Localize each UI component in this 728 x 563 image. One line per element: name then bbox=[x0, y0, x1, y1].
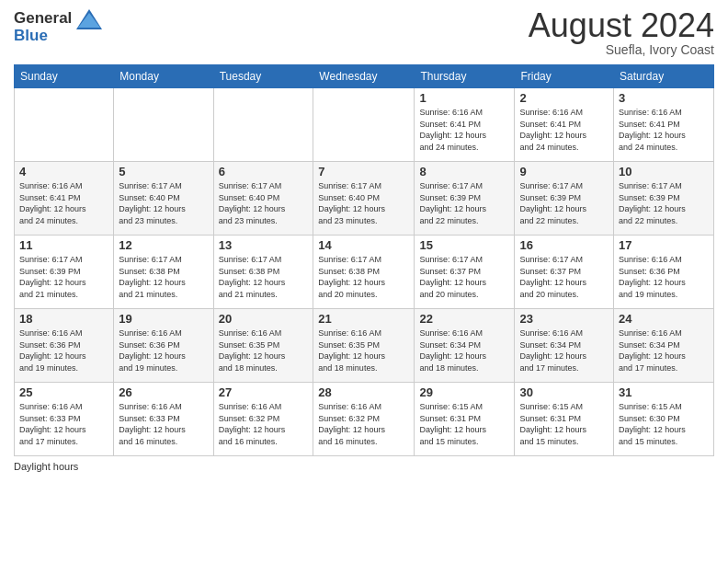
day-number: 23 bbox=[519, 312, 609, 326]
month-year: August 2024 bbox=[529, 9, 714, 42]
calendar-week-row: 18Sunrise: 6:16 AM Sunset: 6:36 PM Dayli… bbox=[15, 309, 714, 383]
day-info: Sunrise: 6:16 AM Sunset: 6:41 PM Dayligh… bbox=[419, 107, 509, 153]
calendar-cell: 23Sunrise: 6:16 AM Sunset: 6:34 PM Dayli… bbox=[515, 309, 614, 383]
day-info: Sunrise: 6:15 AM Sunset: 6:31 PM Dayligh… bbox=[419, 401, 509, 447]
day-number: 17 bbox=[619, 238, 709, 252]
day-number: 12 bbox=[119, 238, 208, 252]
calendar-day-header: Saturday bbox=[614, 65, 714, 88]
day-info: Sunrise: 6:16 AM Sunset: 6:33 PM Dayligh… bbox=[119, 401, 208, 447]
calendar-cell: 8Sunrise: 6:17 AM Sunset: 6:39 PM Daylig… bbox=[415, 162, 515, 236]
day-number: 6 bbox=[219, 165, 309, 178]
day-number: 10 bbox=[619, 165, 709, 178]
calendar-cell: 2Sunrise: 6:16 AM Sunset: 6:41 PM Daylig… bbox=[515, 88, 614, 162]
calendar-cell: 24Sunrise: 6:16 AM Sunset: 6:34 PM Dayli… bbox=[614, 309, 714, 383]
day-number: 21 bbox=[318, 312, 409, 326]
day-info: Sunrise: 6:16 AM Sunset: 6:35 PM Dayligh… bbox=[318, 327, 409, 373]
calendar-cell: 16Sunrise: 6:17 AM Sunset: 6:37 PM Dayli… bbox=[515, 236, 614, 309]
day-info: Sunrise: 6:16 AM Sunset: 6:41 PM Dayligh… bbox=[619, 107, 709, 153]
day-number: 7 bbox=[318, 165, 409, 178]
day-number: 25 bbox=[19, 385, 108, 399]
calendar-cell: 20Sunrise: 6:16 AM Sunset: 6:35 PM Dayli… bbox=[213, 309, 313, 383]
day-number: 2 bbox=[519, 91, 609, 105]
day-info: Sunrise: 6:16 AM Sunset: 6:34 PM Dayligh… bbox=[419, 327, 509, 373]
day-info: Sunrise: 6:16 AM Sunset: 6:36 PM Dayligh… bbox=[119, 327, 208, 373]
calendar-table: SundayMondayTuesdayWednesdayThursdayFrid… bbox=[14, 64, 714, 456]
day-info: Sunrise: 6:16 AM Sunset: 6:36 PM Dayligh… bbox=[619, 254, 709, 300]
day-info: Sunrise: 6:16 AM Sunset: 6:35 PM Dayligh… bbox=[219, 327, 309, 373]
day-info: Sunrise: 6:17 AM Sunset: 6:39 PM Dayligh… bbox=[419, 180, 509, 226]
calendar-cell: 13Sunrise: 6:17 AM Sunset: 6:38 PM Dayli… bbox=[213, 236, 313, 309]
calendar-day-header: Thursday bbox=[415, 65, 515, 88]
calendar-cell: 18Sunrise: 6:16 AM Sunset: 6:36 PM Dayli… bbox=[15, 309, 114, 383]
calendar-day-header: Wednesday bbox=[313, 65, 415, 88]
calendar-cell: 17Sunrise: 6:16 AM Sunset: 6:36 PM Dayli… bbox=[614, 236, 714, 309]
day-number: 26 bbox=[119, 385, 208, 399]
calendar-cell: 9Sunrise: 6:17 AM Sunset: 6:39 PM Daylig… bbox=[515, 162, 614, 236]
calendar-cell: 1Sunrise: 6:16 AM Sunset: 6:41 PM Daylig… bbox=[415, 88, 515, 162]
day-info: Sunrise: 6:17 AM Sunset: 6:39 PM Dayligh… bbox=[519, 180, 609, 226]
calendar-cell bbox=[15, 88, 114, 162]
day-info: Sunrise: 6:15 AM Sunset: 6:30 PM Dayligh… bbox=[619, 401, 709, 447]
calendar-week-row: 1Sunrise: 6:16 AM Sunset: 6:41 PM Daylig… bbox=[15, 88, 714, 162]
calendar-cell bbox=[114, 88, 213, 162]
calendar-cell: 11Sunrise: 6:17 AM Sunset: 6:39 PM Dayli… bbox=[15, 236, 114, 309]
calendar-cell bbox=[213, 88, 313, 162]
calendar-cell: 12Sunrise: 6:17 AM Sunset: 6:38 PM Dayli… bbox=[114, 236, 213, 309]
calendar-day-header: Sunday bbox=[15, 65, 114, 88]
logo: General Blue bbox=[14, 9, 102, 45]
calendar-cell: 25Sunrise: 6:16 AM Sunset: 6:33 PM Dayli… bbox=[15, 383, 114, 456]
calendar-cell: 26Sunrise: 6:16 AM Sunset: 6:33 PM Dayli… bbox=[114, 383, 213, 456]
calendar-week-row: 25Sunrise: 6:16 AM Sunset: 6:33 PM Dayli… bbox=[15, 383, 714, 456]
calendar-cell: 5Sunrise: 6:17 AM Sunset: 6:40 PM Daylig… bbox=[114, 162, 213, 236]
calendar-cell: 29Sunrise: 6:15 AM Sunset: 6:31 PM Dayli… bbox=[415, 383, 515, 456]
daylight-label: Daylight hours bbox=[14, 461, 78, 472]
calendar-cell: 7Sunrise: 6:17 AM Sunset: 6:40 PM Daylig… bbox=[313, 162, 415, 236]
day-number: 30 bbox=[519, 385, 609, 399]
logo-icon bbox=[76, 9, 102, 29]
calendar-week-row: 4Sunrise: 6:16 AM Sunset: 6:41 PM Daylig… bbox=[15, 162, 714, 236]
day-number: 13 bbox=[219, 238, 309, 252]
calendar-cell: 22Sunrise: 6:16 AM Sunset: 6:34 PM Dayli… bbox=[415, 309, 515, 383]
calendar-cell: 15Sunrise: 6:17 AM Sunset: 6:37 PM Dayli… bbox=[415, 236, 515, 309]
day-number: 11 bbox=[19, 238, 108, 252]
calendar-header-row: SundayMondayTuesdayWednesdayThursdayFrid… bbox=[15, 65, 714, 88]
day-number: 19 bbox=[119, 312, 208, 326]
calendar-cell: 14Sunrise: 6:17 AM Sunset: 6:38 PM Dayli… bbox=[313, 236, 415, 309]
day-number: 29 bbox=[419, 385, 509, 399]
day-info: Sunrise: 6:17 AM Sunset: 6:38 PM Dayligh… bbox=[318, 254, 409, 300]
day-number: 22 bbox=[419, 312, 509, 326]
day-number: 15 bbox=[419, 238, 509, 252]
day-info: Sunrise: 6:17 AM Sunset: 6:37 PM Dayligh… bbox=[419, 254, 509, 300]
day-number: 14 bbox=[318, 238, 409, 252]
svg-marker-1 bbox=[78, 13, 100, 28]
calendar-cell: 21Sunrise: 6:16 AM Sunset: 6:35 PM Dayli… bbox=[313, 309, 415, 383]
day-info: Sunrise: 6:16 AM Sunset: 6:41 PM Dayligh… bbox=[519, 107, 609, 153]
calendar-cell: 4Sunrise: 6:16 AM Sunset: 6:41 PM Daylig… bbox=[15, 162, 114, 236]
day-number: 20 bbox=[219, 312, 309, 326]
calendar-day-header: Monday bbox=[114, 65, 213, 88]
day-info: Sunrise: 6:17 AM Sunset: 6:40 PM Dayligh… bbox=[318, 180, 409, 226]
day-info: Sunrise: 6:16 AM Sunset: 6:36 PM Dayligh… bbox=[19, 327, 108, 373]
day-info: Sunrise: 6:17 AM Sunset: 6:40 PM Dayligh… bbox=[119, 180, 208, 226]
day-info: Sunrise: 6:16 AM Sunset: 6:34 PM Dayligh… bbox=[619, 327, 709, 373]
day-info: Sunrise: 6:17 AM Sunset: 6:40 PM Dayligh… bbox=[219, 180, 309, 226]
day-number: 9 bbox=[519, 165, 609, 178]
day-info: Sunrise: 6:16 AM Sunset: 6:34 PM Dayligh… bbox=[519, 327, 609, 373]
calendar-cell bbox=[313, 88, 415, 162]
day-number: 8 bbox=[419, 165, 509, 178]
day-number: 4 bbox=[19, 165, 108, 178]
calendar-cell: 10Sunrise: 6:17 AM Sunset: 6:39 PM Dayli… bbox=[614, 162, 714, 236]
calendar-day-header: Friday bbox=[515, 65, 614, 88]
day-info: Sunrise: 6:16 AM Sunset: 6:32 PM Dayligh… bbox=[318, 401, 409, 447]
calendar-cell: 30Sunrise: 6:15 AM Sunset: 6:31 PM Dayli… bbox=[515, 383, 614, 456]
location: Suefla, Ivory Coast bbox=[529, 42, 714, 57]
title-block: August 2024 Suefla, Ivory Coast bbox=[529, 9, 714, 57]
day-number: 5 bbox=[119, 165, 208, 178]
day-info: Sunrise: 6:16 AM Sunset: 6:32 PM Dayligh… bbox=[219, 401, 309, 447]
day-number: 18 bbox=[19, 312, 108, 326]
header: General Blue August 2024 Suefla, Ivory C… bbox=[14, 9, 714, 57]
day-info: Sunrise: 6:17 AM Sunset: 6:38 PM Dayligh… bbox=[219, 254, 309, 300]
day-info: Sunrise: 6:17 AM Sunset: 6:39 PM Dayligh… bbox=[19, 254, 108, 300]
calendar-cell: 31Sunrise: 6:15 AM Sunset: 6:30 PM Dayli… bbox=[614, 383, 714, 456]
day-info: Sunrise: 6:16 AM Sunset: 6:41 PM Dayligh… bbox=[19, 180, 108, 226]
